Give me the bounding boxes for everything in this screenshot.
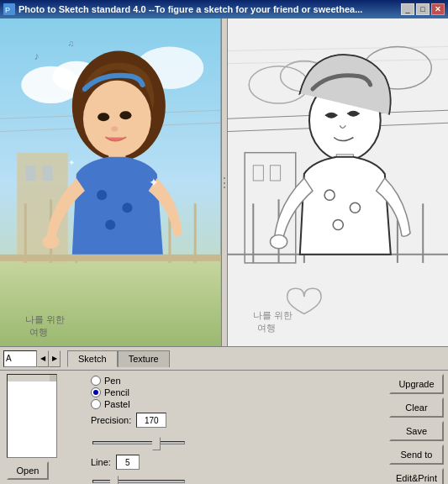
svg-point-30 xyxy=(42,235,59,249)
radio-pencil[interactable]: Pencil xyxy=(91,387,382,397)
svg-rect-14 xyxy=(42,166,52,181)
line-slider-thumb[interactable] xyxy=(110,476,119,484)
open-button[interactable]: Open xyxy=(7,461,49,480)
tabs-container: Sketch Texture xyxy=(67,350,170,367)
image-area: ♪ ♫ ♪ xyxy=(0,18,448,346)
title-bar-text: Photo to Sketch standard 4.0 --To figure… xyxy=(18,4,401,14)
tab-sketch[interactable]: Sketch xyxy=(67,350,118,367)
middle-controls: Pen Pencil Pastel Precision: xyxy=(91,374,382,484)
panel-divider[interactable] xyxy=(221,18,228,346)
svg-text:나를 위한: 나를 위한 xyxy=(25,314,65,324)
title-bar-buttons: _ □ ✕ xyxy=(401,3,445,15)
right-image-panel: 나를 위한 여행 xyxy=(228,18,449,346)
minimize-button[interactable]: _ xyxy=(401,3,414,15)
controls-row: Open Pen Pencil Paste xyxy=(0,371,448,484)
line-row: Line: xyxy=(91,455,382,470)
nav-next-button[interactable]: ▶ xyxy=(49,350,61,367)
svg-text:여행: 여행 xyxy=(257,323,276,333)
svg-point-22 xyxy=(83,81,151,157)
svg-point-57 xyxy=(270,235,287,249)
svg-text:여행: 여행 xyxy=(29,327,48,337)
svg-point-25 xyxy=(111,126,118,131)
left-image-panel: ♪ ♫ ♪ xyxy=(0,18,221,346)
svg-text:♪: ♪ xyxy=(34,50,39,62)
main-content: ♪ ♫ ♪ xyxy=(0,18,448,484)
precision-slider-thumb[interactable] xyxy=(152,437,161,450)
title-bar: P Photo to Sketch standard 4.0 --To figu… xyxy=(0,0,448,18)
app-icon: P xyxy=(3,3,15,15)
line-slider-track xyxy=(92,480,185,483)
precision-row: Precision: xyxy=(91,413,382,428)
precision-slider-container xyxy=(92,434,185,451)
send-to-button[interactable]: Send to xyxy=(389,445,444,465)
svg-point-29 xyxy=(105,219,115,229)
edit-print-button[interactable]: Edit&Print xyxy=(389,468,444,484)
radio-group: Pen Pencil Pastel xyxy=(91,376,382,409)
svg-point-24 xyxy=(119,111,131,119)
upgrade-button[interactable]: Upgrade xyxy=(389,374,444,394)
thumbnail-scroll[interactable] xyxy=(7,374,57,458)
svg-text:P: P xyxy=(5,6,10,14)
svg-rect-13 xyxy=(25,166,35,181)
radio-pastel[interactable]: Pastel xyxy=(91,399,382,409)
radio-pen[interactable]: Pen xyxy=(91,376,382,386)
control-panel: ◀ ▶ Sketch Texture Open xyxy=(0,346,448,484)
save-button[interactable]: Save xyxy=(389,421,444,441)
svg-text:♫: ♫ xyxy=(68,39,75,48)
svg-text:나를 위한: 나를 위한 xyxy=(253,310,293,320)
precision-input[interactable] xyxy=(136,413,166,428)
svg-point-28 xyxy=(122,203,132,213)
toolbar-input[interactable] xyxy=(3,350,37,367)
pen-radio[interactable] xyxy=(91,376,101,386)
toolbar-row: ◀ ▶ Sketch Texture xyxy=(0,347,448,371)
clear-button[interactable]: Clear xyxy=(389,397,444,418)
svg-text:✦: ✦ xyxy=(149,176,159,189)
svg-rect-15 xyxy=(0,255,221,261)
line-input[interactable] xyxy=(116,455,140,470)
svg-point-23 xyxy=(98,113,109,121)
sketch-image: 나를 위한 여행 xyxy=(228,18,449,346)
pastel-radio[interactable] xyxy=(91,399,101,409)
nav-prev-button[interactable]: ◀ xyxy=(37,350,49,367)
svg-text:✦: ✦ xyxy=(68,158,75,167)
pencil-radio[interactable] xyxy=(91,387,101,397)
right-buttons: Upgrade Clear Save Send to Edit&Print xyxy=(382,374,441,484)
svg-point-27 xyxy=(97,190,107,200)
maximize-button[interactable]: □ xyxy=(416,3,430,15)
line-slider-container xyxy=(92,473,185,484)
tab-texture[interactable]: Texture xyxy=(118,350,170,367)
close-button[interactable]: ✕ xyxy=(431,3,445,15)
left-controls: Open xyxy=(7,374,91,484)
precision-slider-track xyxy=(92,441,185,445)
cartoon-image: ♪ ♫ ♪ xyxy=(0,18,221,346)
